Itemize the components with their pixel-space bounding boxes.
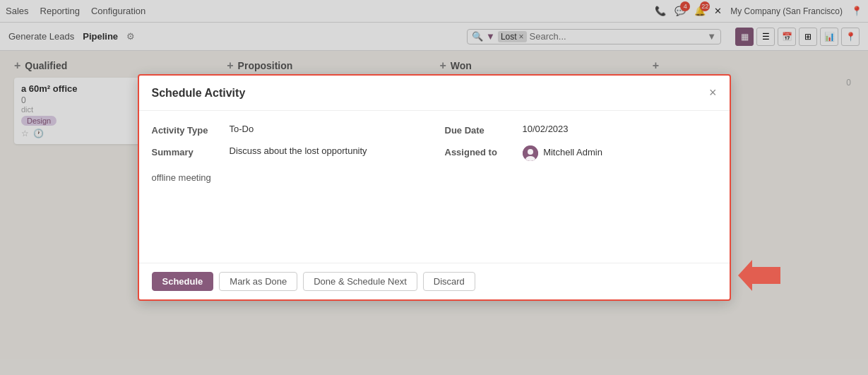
- modal-overlay: Schedule Activity × Activity Type To-Do …: [0, 0, 868, 375]
- arrow-icon: [738, 260, 780, 291]
- summary-row: Summary Discuss about the lost opportuni…: [152, 145, 424, 157]
- modal-body: Activity Type To-Do Summary Discuss abou…: [139, 111, 730, 263]
- discard-button[interactable]: Discard: [423, 272, 475, 291]
- schedule-activity-modal: Schedule Activity × Activity Type To-Do …: [138, 74, 731, 301]
- arrow-annotation: [738, 260, 780, 291]
- done-schedule-next-button[interactable]: Done & Schedule Next: [303, 272, 417, 291]
- avatar-icon: [523, 145, 538, 161]
- due-date-value: 10/02/2023: [523, 124, 569, 134]
- assigned-to-row: Assigned to Mitchell Admin: [445, 145, 717, 161]
- summary-value: Discuss about the lost opportunity: [230, 145, 367, 156]
- activity-type-value: To-Do: [230, 124, 254, 134]
- form-left: Activity Type To-Do Summary Discuss abou…: [152, 124, 424, 161]
- modal-title: Schedule Activity: [152, 87, 246, 100]
- svg-point-1: [528, 149, 533, 155]
- avatar: [523, 145, 538, 161]
- form-right: Due Date 10/02/2023 Assigned to: [445, 124, 717, 161]
- summary-label: Summary: [152, 145, 222, 157]
- modal-header: Schedule Activity ×: [139, 76, 730, 111]
- assigned-to-value: Mitchell Admin: [523, 145, 602, 161]
- due-date-label: Due Date: [445, 124, 516, 136]
- notes-area[interactable]: offline meeting: [152, 169, 717, 254]
- mark-as-done-button[interactable]: Mark as Done: [219, 272, 297, 291]
- svg-marker-3: [738, 260, 780, 291]
- due-date-row: Due Date 10/02/2023: [445, 124, 717, 136]
- assigned-to-label: Assigned to: [445, 145, 516, 157]
- assigned-to-name: Mitchell Admin: [543, 147, 602, 157]
- form-fields: Activity Type To-Do Summary Discuss abou…: [152, 124, 717, 161]
- activity-type-row: Activity Type To-Do: [152, 124, 424, 136]
- schedule-button[interactable]: Schedule: [152, 272, 214, 291]
- modal-close-button[interactable]: ×: [709, 85, 717, 100]
- modal-footer: Schedule Mark as Done Done & Schedule Ne…: [139, 263, 730, 299]
- modal-container: Schedule Activity × Activity Type To-Do …: [138, 74, 731, 301]
- activity-type-label: Activity Type: [152, 124, 222, 136]
- notes-text: offline meeting: [152, 172, 211, 183]
